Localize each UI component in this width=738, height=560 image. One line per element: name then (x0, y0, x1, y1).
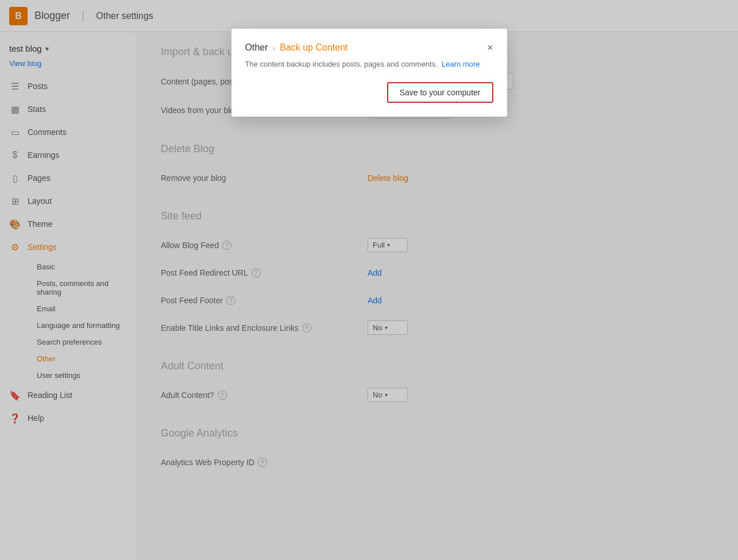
modal-title: Other › Back up Content (245, 43, 348, 53)
modal-chevron-icon: › (273, 43, 276, 52)
modal-title-backup: Back up Content (280, 43, 347, 53)
modal-close-button[interactable]: × (487, 43, 493, 53)
modal-footer: Save to your computer (245, 82, 493, 103)
modal-title-other: Other (245, 43, 268, 53)
save-to-computer-button[interactable]: Save to your computer (387, 82, 493, 103)
modal-description: The content backup includes posts, pages… (245, 60, 493, 68)
modal-header: Other › Back up Content × (245, 43, 493, 53)
learn-more-link[interactable]: Learn more (442, 60, 480, 68)
backup-modal: Other › Back up Content × The content ba… (231, 29, 507, 117)
